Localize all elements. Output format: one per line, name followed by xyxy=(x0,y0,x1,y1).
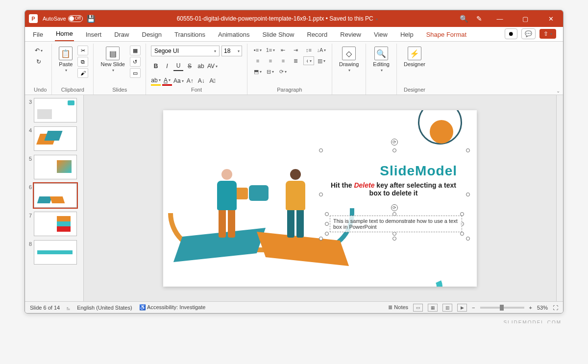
resize-handle[interactable] xyxy=(466,193,470,196)
align-right-button[interactable]: ≡ xyxy=(278,56,289,65)
resize-handle[interactable] xyxy=(319,148,323,152)
resize-handle[interactable] xyxy=(460,232,464,236)
minimize-button[interactable]: — xyxy=(491,13,508,24)
close-button[interactable]: ✕ xyxy=(542,13,559,24)
drawing-button[interactable]: ◇ Drawing▾ xyxy=(337,46,361,73)
menu-design[interactable]: Design xyxy=(141,29,163,41)
align-objects-button[interactable]: ⊟▾ xyxy=(265,67,276,76)
share-button[interactable]: ⇧▾ xyxy=(539,29,556,39)
resize-handle[interactable] xyxy=(325,212,329,216)
thumbnail-6[interactable] xyxy=(34,183,77,208)
normal-view-button[interactable]: ▭ xyxy=(413,304,423,312)
highlight-button[interactable]: ab▾ xyxy=(151,76,161,86)
thumbnail-8[interactable] xyxy=(34,240,77,265)
slide-subtitle[interactable]: Hit the Delete key after selecting a tex… xyxy=(325,181,462,197)
maximize-button[interactable]: ▢ xyxy=(517,13,534,24)
rotate-handle-icon[interactable]: ⟳ xyxy=(391,139,398,146)
slide-title[interactable]: SlideModel xyxy=(380,163,457,179)
menu-insert[interactable]: Insert xyxy=(85,29,103,41)
redo-button[interactable]: ↻ xyxy=(34,57,44,67)
toggle-switch[interactable]: Off xyxy=(68,15,83,22)
copy-button[interactable]: ⧉ xyxy=(77,57,88,67)
language-status[interactable]: English (United States) xyxy=(77,305,132,311)
zoom-slider[interactable] xyxy=(480,307,524,309)
rotate-handle-icon[interactable]: ⟳ xyxy=(391,204,398,211)
menu-animations[interactable]: Animations xyxy=(217,29,250,41)
resize-handle[interactable] xyxy=(466,148,470,152)
thumbnail-5[interactable] xyxy=(34,155,77,179)
resize-handle[interactable] xyxy=(392,148,396,152)
align-left-button[interactable]: ≡ xyxy=(252,56,263,65)
thumbnail-panel[interactable]: 3 4 5 6 7 8 xyxy=(25,95,84,301)
collapse-ribbon-button[interactable]: ⌄ xyxy=(556,88,560,94)
new-slide-button[interactable]: ▤ New Slide▾ xyxy=(98,46,127,73)
undo-button[interactable]: ↶▾ xyxy=(34,46,44,55)
editing-button[interactable]: 🔍 Editing▾ xyxy=(371,46,392,73)
fit-window-button[interactable]: ⛶ xyxy=(553,305,558,311)
menu-record[interactable]: Record xyxy=(306,29,328,41)
section-button[interactable]: ▭ xyxy=(130,68,141,78)
columns-button[interactable]: ▥▾ xyxy=(316,56,327,65)
layout-button[interactable]: ▦ xyxy=(130,46,141,55)
vertical-scrollbar[interactable] xyxy=(556,95,563,301)
character-spacing-button[interactable]: AV▾ xyxy=(207,61,218,71)
line-spacing-button[interactable]: ↕≡ xyxy=(303,46,314,54)
shrink-font-button[interactable]: A↓ xyxy=(196,76,206,86)
smartart-button[interactable]: ⬒▾ xyxy=(252,67,263,76)
text-direction-button[interactable]: ↓A▾ xyxy=(316,46,327,54)
menu-review[interactable]: Review xyxy=(339,29,362,41)
resize-handle[interactable] xyxy=(466,237,470,241)
designer-button[interactable]: ⚡ Designer xyxy=(402,46,427,68)
clear-format-button[interactable]: A⃠ xyxy=(208,76,218,86)
bullets-button[interactable]: •≡▾ xyxy=(252,46,263,54)
zoom-level[interactable]: 53% xyxy=(537,305,548,311)
zoom-out-button[interactable]: − xyxy=(472,305,475,311)
paste-button[interactable]: 📋 Paste▾ xyxy=(57,46,74,73)
indent-left-button[interactable]: ⇤ xyxy=(278,46,289,54)
indent-right-button[interactable]: ⇥ xyxy=(291,46,301,54)
font-name-select[interactable]: Segoe UI▾ xyxy=(151,46,220,56)
camera-button[interactable]: ⏺ xyxy=(505,28,517,39)
slide[interactable]: ⟳ SlideModel Hit the Delete key after se… xyxy=(163,110,477,287)
spellcheck-icon[interactable]: ⎁ xyxy=(67,305,70,311)
sample-textbox[interactable]: This is sample text to demonstrate how t… xyxy=(330,216,462,232)
sorter-view-button[interactable]: ▦ xyxy=(428,304,438,312)
notes-button[interactable]: ≣ Notes xyxy=(388,304,408,311)
menu-home[interactable]: Home xyxy=(55,28,74,41)
menu-slideshow[interactable]: Slide Show xyxy=(261,29,295,41)
menu-help[interactable]: Help xyxy=(399,29,415,41)
shadow-button[interactable]: ab xyxy=(196,61,206,71)
resize-handle[interactable] xyxy=(325,222,329,226)
draw-tool-icon[interactable]: ✎ xyxy=(476,15,483,22)
change-case-button[interactable]: Aa▾ xyxy=(173,76,184,86)
italic-button[interactable]: I xyxy=(162,61,172,71)
menu-shape-format[interactable]: Shape Format xyxy=(425,29,467,41)
menu-draw[interactable]: Draw xyxy=(113,29,130,41)
slide-canvas[interactable]: ⟳ SlideModel Hit the Delete key after se… xyxy=(84,95,556,301)
slideshow-view-button[interactable]: ▶ xyxy=(457,304,467,312)
justify-button[interactable]: ≣ xyxy=(291,56,301,65)
thumbnail-7[interactable] xyxy=(34,212,77,236)
reset-button[interactable]: ↺ xyxy=(130,57,141,67)
underline-button[interactable]: U xyxy=(173,61,183,71)
menu-file[interactable]: File xyxy=(32,29,44,41)
format-painter-button[interactable]: 🖌 xyxy=(77,68,88,78)
cut-button[interactable]: ✂ xyxy=(77,46,88,55)
search-icon[interactable]: 🔍 xyxy=(460,15,467,22)
resize-handle[interactable] xyxy=(319,193,323,196)
resize-handle[interactable] xyxy=(392,237,396,241)
thumbnail-4[interactable] xyxy=(34,126,77,151)
align-text-button[interactable]: ⫞▾ xyxy=(303,56,314,65)
font-color-button[interactable]: A▾ xyxy=(162,76,172,86)
bold-button[interactable]: B xyxy=(151,61,161,71)
autosave-toggle[interactable]: AutoSave Off xyxy=(43,15,83,22)
reading-view-button[interactable]: ▥ xyxy=(442,304,452,312)
comments-button[interactable]: 💬 xyxy=(521,28,536,39)
align-center-button[interactable]: ≡ xyxy=(265,56,276,65)
resize-handle[interactable] xyxy=(319,237,323,241)
save-icon[interactable]: 💾 xyxy=(88,15,95,22)
zoom-in-button[interactable]: + xyxy=(529,305,532,311)
accessibility-status[interactable]: ♿ Accessibility: Investigate xyxy=(139,304,206,311)
thumbnail-3[interactable] xyxy=(34,98,77,122)
grow-font-button[interactable]: A↑ xyxy=(185,76,195,86)
